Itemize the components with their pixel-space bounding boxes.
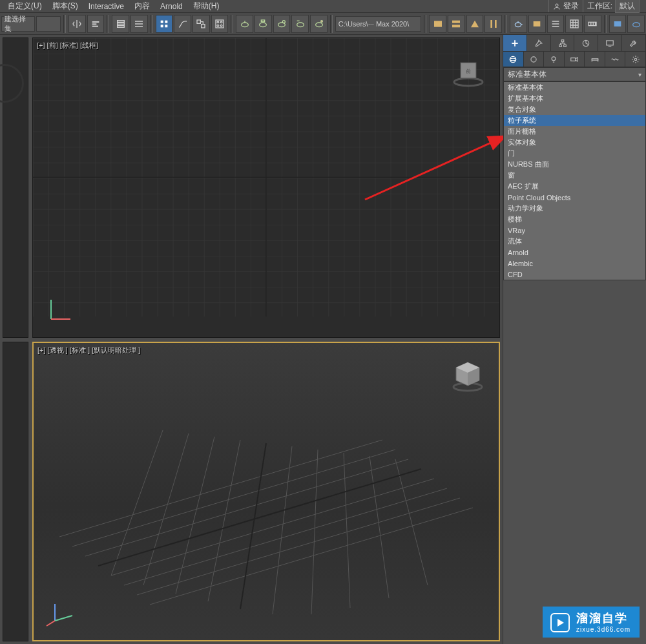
selection-set-dropdown[interactable] <box>36 16 61 32</box>
align-icon[interactable] <box>87 15 105 33</box>
scene-explorer-icon[interactable] <box>429 15 446 33</box>
dropdown-item[interactable]: 复合对象 <box>504 104 645 115</box>
svg-rect-2 <box>92 23 97 25</box>
path-field[interactable]: C:\Users\··· Max 2020\ <box>335 16 422 32</box>
list-icon[interactable] <box>547 15 565 33</box>
plus-icon <box>510 39 519 48</box>
viewcube-icon[interactable]: 前 <box>449 51 488 90</box>
schematic-icon[interactable] <box>193 15 210 33</box>
axis-gizmo-persp-icon <box>45 596 78 628</box>
cat-systems[interactable] <box>625 52 646 67</box>
tab-hierarchy[interactable] <box>551 35 575 51</box>
svg-rect-4 <box>117 20 124 22</box>
dropdown-item[interactable]: 实体对象 <box>504 137 645 148</box>
render-state-icon[interactable] <box>273 15 291 33</box>
tab-display[interactable] <box>598 35 622 51</box>
svg-line-67 <box>47 621 55 626</box>
cat-cameras[interactable] <box>565 52 585 67</box>
scene-track-icon[interactable] <box>484 15 502 33</box>
tab-utilities[interactable] <box>622 35 646 51</box>
svg-point-31 <box>516 23 521 27</box>
dropdown-item[interactable]: Alembic <box>504 258 645 269</box>
dropdown-item[interactable]: 面片栅格 <box>504 126 645 137</box>
cat-spacewarps[interactable] <box>605 52 626 67</box>
menu-help[interactable]: 帮助(H) <box>188 0 225 13</box>
tab-motion[interactable] <box>574 35 598 51</box>
cat-helpers[interactable] <box>585 52 605 67</box>
dropdown-item[interactable]: 标准基本体 <box>504 82 645 93</box>
wrench-icon <box>629 39 638 48</box>
viewport-bottomleft-stub[interactable] <box>3 342 28 642</box>
dropdown-item[interactable]: 窗 <box>504 170 645 181</box>
mirror-icon[interactable] <box>68 15 86 33</box>
grid-icon[interactable] <box>565 15 583 33</box>
spacewarp-icon <box>610 55 620 64</box>
tab-modify[interactable] <box>527 35 551 51</box>
svg-rect-1 <box>92 21 99 23</box>
cat-geometry[interactable] <box>503 52 524 67</box>
svg-point-24 <box>315 23 322 27</box>
tab-create[interactable] <box>503 35 527 51</box>
svg-rect-10 <box>165 25 167 27</box>
svg-point-23 <box>297 23 304 27</box>
dropdown-item[interactable]: Point Cloud Objects <box>504 192 645 203</box>
viewport-perspective[interactable]: [+] [透视 ] [标准 ] [默认明暗处理 ] <box>32 342 500 642</box>
cat-shapes[interactable] <box>524 52 545 67</box>
svg-point-16 <box>217 25 219 26</box>
scene-crease-icon[interactable] <box>466 15 484 33</box>
vray-render-icon[interactable] <box>627 15 645 33</box>
material-editor-icon[interactable] <box>211 15 229 33</box>
svg-point-22 <box>282 20 285 23</box>
viewcube-persp-icon[interactable] <box>448 356 487 395</box>
selection-set-field[interactable]: 建选择集 <box>1 16 35 32</box>
render-frame-icon[interactable] <box>255 15 272 33</box>
dropdown-item[interactable]: AEC 扩展 <box>504 181 645 192</box>
dropdown-item[interactable]: 动力学对象 <box>504 203 645 214</box>
dropdown-list: 标准基本体 扩展基本体 复合对象 粒子系统 面片栅格 实体对象 门 NURBS … <box>503 81 646 280</box>
svg-rect-77 <box>607 40 614 45</box>
menu-script[interactable]: 脚本(S) <box>47 0 83 13</box>
scene-layers-icon[interactable] <box>448 15 465 33</box>
dropdown-selected[interactable]: 标准基本体 <box>503 67 646 81</box>
dropdown-item[interactable]: 流体 <box>504 236 645 247</box>
svg-rect-83 <box>592 58 598 59</box>
vray-frame-icon[interactable] <box>609 15 627 33</box>
dropdown-item[interactable]: NURBS 曲面 <box>504 159 645 170</box>
menu-arnold[interactable]: Arnold <box>155 1 188 12</box>
render-cloud-icon[interactable] <box>310 15 328 33</box>
prod-render-icon[interactable] <box>528 15 546 33</box>
svg-line-64 <box>240 443 266 609</box>
dropdown-item-particle-systems[interactable]: 粒子系统 <box>504 115 645 126</box>
dropdown-item[interactable]: 扩展基本体 <box>504 93 645 104</box>
toolbar-sep <box>107 15 109 33</box>
geometry-type-dropdown[interactable]: 标准基本体 标准基本体 扩展基本体 复合对象 粒子系统 面片栅格 实体对象 门 … <box>503 67 646 280</box>
layer-explorer-icon[interactable] <box>130 15 148 33</box>
render-setup-icon[interactable] <box>236 15 253 33</box>
timeline-icon[interactable] <box>584 15 601 33</box>
dropdown-item[interactable]: 门 <box>504 148 645 159</box>
login-button[interactable]: 登录 <box>548 0 583 12</box>
teapot-icon[interactable] <box>510 15 527 33</box>
cat-lights[interactable] <box>544 52 565 67</box>
svg-text:前: 前 <box>466 68 471 74</box>
svg-line-58 <box>273 446 292 614</box>
curve-editor-icon[interactable] <box>174 15 191 33</box>
menu-customize[interactable]: 自定义(U) <box>3 0 47 13</box>
viewport-front[interactable]: [+] [前] [标准] [线框] 前 <box>32 37 500 338</box>
workspace-value[interactable]: 默认 <box>615 0 640 13</box>
dropdown-item[interactable]: 楼梯 <box>504 214 645 225</box>
watermark-badge: 溜溜自学 zixue.3d66.com <box>543 607 640 638</box>
workspace-selector[interactable]: 工作区: 默认 <box>583 0 643 13</box>
dropdown-item[interactable]: CFD <box>504 269 645 280</box>
render-preset-icon[interactable] <box>291 15 309 33</box>
dropdown-item[interactable]: Arnold <box>504 247 645 258</box>
menu-content[interactable]: 内容 <box>129 0 155 13</box>
dropdown-item[interactable]: VRay <box>504 225 645 236</box>
viewport-topleft-stub[interactable] <box>3 37 28 338</box>
menu-interactive[interactable]: Interactive <box>83 1 129 12</box>
svg-rect-9 <box>161 25 163 27</box>
svg-line-66 <box>55 616 72 621</box>
create-categories <box>503 52 646 67</box>
layers-icon[interactable] <box>112 15 129 33</box>
ribbon-icon[interactable] <box>156 15 173 33</box>
